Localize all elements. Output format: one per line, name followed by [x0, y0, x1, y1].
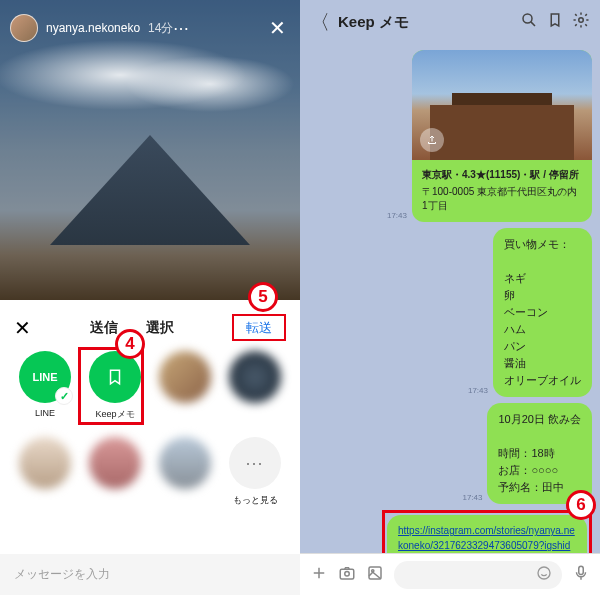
- timestamp: 17:43: [468, 386, 488, 395]
- location-address: 〒100-0005 東京都千代田区丸の内1丁目: [422, 185, 582, 214]
- share-item-contact[interactable]: [10, 437, 80, 507]
- chat-header: 〈 Keep メモ: [300, 0, 600, 44]
- image-icon[interactable]: [366, 564, 384, 586]
- chat-input-bar: [300, 553, 600, 595]
- bookmark-icon[interactable]: [546, 11, 564, 33]
- message-input[interactable]: メッセージを入力: [0, 554, 300, 595]
- emoji-icon[interactable]: [536, 565, 552, 585]
- sheet-close-icon[interactable]: ✕: [14, 316, 31, 340]
- chat-bubble[interactable]: 買い物メモ： ネギ 卵 ベーコン ハム パン 醤油 オリーブオイル: [493, 228, 592, 397]
- gear-icon[interactable]: [572, 11, 590, 33]
- text-input[interactable]: [394, 561, 562, 589]
- callout-badge-4: 4: [115, 329, 145, 359]
- svg-point-1: [579, 18, 584, 23]
- story-username[interactable]: nyanya.nekoneko: [46, 21, 140, 35]
- contact-avatar: [159, 351, 211, 403]
- chat-body: 17:43 東京駅・4.3★(11155)・駅 / 停留所 〒100-0005 …: [300, 44, 600, 553]
- location-image: [412, 50, 592, 160]
- mountain-decoration: [50, 135, 250, 245]
- plus-icon[interactable]: [310, 564, 328, 586]
- svg-point-0: [523, 14, 532, 23]
- timestamp: 17:43: [462, 493, 482, 502]
- share-icon[interactable]: [420, 128, 444, 152]
- story-header: nyanya.nekoneko 14分 ⋯ ✕: [10, 12, 290, 44]
- share-item-line[interactable]: LINE LINE: [10, 351, 80, 421]
- forward-button[interactable]: 転送: [240, 317, 278, 338]
- share-label: [44, 494, 47, 504]
- search-icon[interactable]: [520, 11, 538, 33]
- svg-rect-7: [579, 566, 584, 574]
- share-label: [184, 408, 187, 418]
- chat-bubble-link[interactable]: https://instagram.com/stories/nyanya.nek…: [387, 515, 587, 553]
- share-label: もっと見る: [233, 494, 278, 507]
- share-label: [254, 408, 257, 418]
- location-card[interactable]: 東京駅・4.3★(11155)・駅 / 停留所 〒100-0005 東京都千代田…: [412, 50, 592, 222]
- back-icon[interactable]: 〈: [310, 9, 330, 36]
- share-icons-grid: LINE LINE Keepメモ: [10, 351, 290, 523]
- svg-point-6: [538, 567, 550, 579]
- story-link[interactable]: https://instagram.com/stories/nyanya.nek…: [398, 525, 575, 553]
- share-label: [114, 494, 117, 504]
- camera-icon[interactable]: [338, 564, 356, 586]
- share-item-contact[interactable]: [80, 437, 150, 507]
- link-highlight: https://instagram.com/stories/nyanya.nek…: [382, 510, 592, 553]
- contact-avatar: [89, 437, 141, 489]
- avatar[interactable]: [10, 14, 38, 42]
- line-icon: LINE: [19, 351, 71, 403]
- share-item-more[interactable]: ⋯ もっと見る: [220, 437, 290, 507]
- more-icon: ⋯: [229, 437, 281, 489]
- callout-badge-5: 5: [248, 282, 278, 312]
- location-title: 東京駅・4.3★(11155)・駅 / 停留所: [422, 168, 582, 183]
- share-item-contact[interactable]: [220, 351, 290, 421]
- close-icon[interactable]: ✕: [265, 12, 290, 44]
- share-label: LINE: [35, 408, 55, 418]
- forward-highlight: 転送: [232, 314, 286, 341]
- chat-bubble[interactable]: 10月20日 飲み会 時間：18時 お店：○○○○ 予約名：田中: [487, 403, 592, 504]
- share-item-contact[interactable]: [150, 437, 220, 507]
- story-background: nyanya.nekoneko 14分 ⋯ ✕: [0, 0, 300, 300]
- more-icon[interactable]: ⋯: [173, 19, 191, 38]
- chat-title: Keep メモ: [338, 13, 512, 32]
- share-sheet: 5 ✕ 送信 選択 転送 4 LINE LINE: [0, 300, 300, 595]
- contact-avatar: [159, 437, 211, 489]
- share-label: [184, 494, 187, 504]
- contact-avatar: [19, 437, 71, 489]
- callout-badge-6: 6: [566, 490, 596, 520]
- story-timeago: 14分: [148, 20, 173, 37]
- mic-icon[interactable]: [572, 564, 590, 586]
- timestamp: 17:43: [387, 211, 407, 220]
- contact-avatar: [229, 351, 281, 403]
- svg-point-3: [345, 571, 350, 576]
- share-item-contact[interactable]: [150, 351, 220, 421]
- keep-highlight: [78, 347, 144, 425]
- svg-point-5: [372, 569, 374, 571]
- svg-rect-2: [340, 569, 354, 579]
